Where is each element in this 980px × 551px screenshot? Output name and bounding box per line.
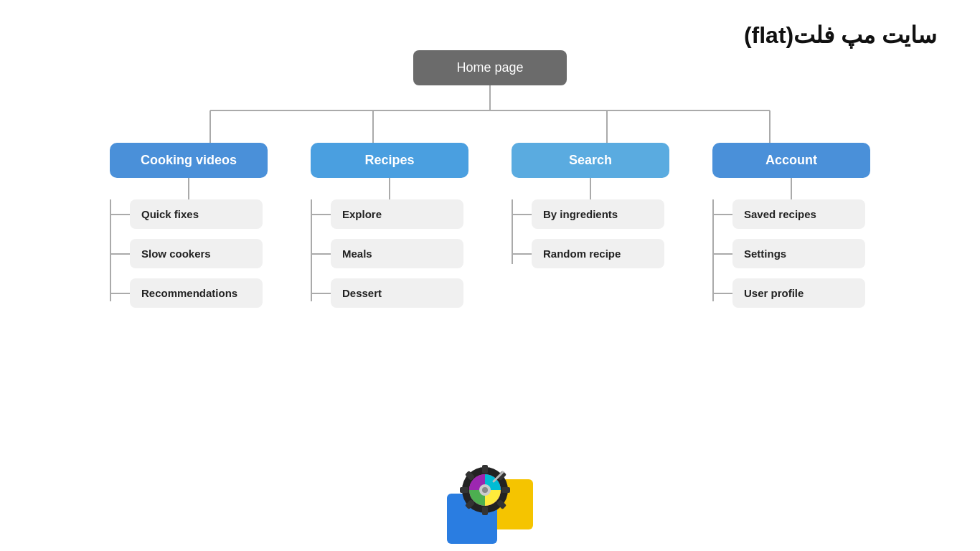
column-account: Account Saved recipesSettingsUser profil… — [712, 143, 870, 318]
child-item-meals: Meals — [311, 239, 463, 268]
child-box-by-ingredients: By ingredients — [532, 199, 664, 229]
recipes-children: ExploreMealsDessert — [311, 199, 468, 318]
bracket-line-account — [712, 199, 714, 301]
svg-rect-10 — [482, 465, 488, 474]
cooking-children: Quick fixesSlow cookersRecommendations — [110, 199, 268, 318]
level1-row: Cooking videos Quick fixesSlow cookersRe… — [0, 143, 980, 318]
bracket-line-recipes — [311, 199, 312, 301]
h-dash — [311, 293, 331, 294]
svg-rect-12 — [460, 487, 468, 493]
account-box: Account — [712, 143, 870, 178]
h-dash — [512, 214, 532, 215]
account-children: Saved recipesSettingsUser profile — [712, 199, 870, 318]
child-item-saved-recipes: Saved recipes — [712, 199, 865, 229]
child-box-user-profile: User profile — [732, 278, 865, 308]
child-item-settings: Settings — [712, 239, 865, 268]
column-cooking-videos: Cooking videos Quick fixesSlow cookersRe… — [110, 143, 268, 318]
child-box-explore: Explore — [331, 199, 463, 229]
v-line-search — [590, 178, 591, 199]
child-box-dessert: Dessert — [331, 278, 463, 308]
h-dash — [110, 253, 130, 255]
bracket-line-cooking-videos — [110, 199, 111, 301]
home-node: Home page — [0, 50, 980, 85]
child-box-random-recipe: Random recipe — [532, 239, 664, 268]
child-item-recommendations: Recommendations — [110, 278, 263, 308]
svg-rect-13 — [501, 487, 510, 493]
connector-lines — [95, 85, 885, 143]
v-line-account — [791, 178, 792, 199]
h-dash — [712, 214, 732, 215]
child-box-quick-fixes: Quick fixes — [130, 199, 263, 229]
logo-icon — [440, 443, 540, 544]
child-item-explore: Explore — [311, 199, 463, 229]
column-search: Search By ingredientsRandom recipe — [512, 143, 669, 318]
logo-area — [440, 443, 540, 544]
child-box-recommendations: Recommendations — [130, 278, 263, 308]
child-box-saved-recipes: Saved recipes — [732, 199, 865, 229]
h-dash — [712, 293, 732, 294]
child-item-user-profile: User profile — [712, 278, 865, 308]
svg-point-20 — [482, 487, 488, 493]
h-dash — [311, 214, 331, 215]
child-item-random-recipe: Random recipe — [512, 239, 664, 268]
h-dash — [110, 214, 130, 215]
search-children: By ingredientsRandom recipe — [512, 199, 669, 278]
cooking-videos-box: Cooking videos — [110, 143, 268, 178]
child-item-slow-cookers: Slow cookers — [110, 239, 263, 268]
child-box-settings: Settings — [732, 239, 865, 268]
h-dash — [512, 253, 532, 255]
recipes-box: Recipes — [311, 143, 468, 178]
bracket-line-search — [512, 199, 513, 264]
search-box: Search — [512, 143, 669, 178]
column-recipes: Recipes ExploreMealsDessert — [311, 143, 468, 318]
page-title: سایت مپ فلت(flat) — [744, 22, 937, 49]
child-box-meals: Meals — [331, 239, 463, 268]
h-dash — [110, 293, 130, 294]
child-item-dessert: Dessert — [311, 278, 463, 308]
v-line-cooking — [188, 178, 189, 199]
h-dash — [712, 253, 732, 255]
child-item-by-ingredients: By ingredients — [512, 199, 664, 229]
v-line-recipes — [389, 178, 390, 199]
child-item-quick-fixes: Quick fixes — [110, 199, 263, 229]
homepage-box: Home page — [413, 50, 566, 85]
child-box-slow-cookers: Slow cookers — [130, 239, 263, 268]
svg-rect-11 — [482, 507, 488, 515]
h-dash — [311, 253, 331, 255]
site-map-diagram: Home page Cooking videos Quick fixesSlow… — [0, 50, 980, 318]
